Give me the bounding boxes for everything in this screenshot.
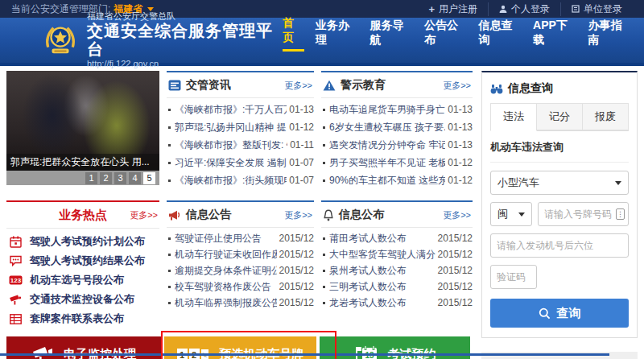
chevron-down-icon [518,213,525,217]
news-date: 2015/12 [279,265,314,276]
news-link[interactable]: 逾期提交身体条件证明公告 [175,264,277,278]
keyboard-icon[interactable]: ⋮ [616,208,625,220]
plate-prefix-select[interactable]: 闽 [490,202,532,226]
news-link[interactable]: 机动车临界强制报废公告 [175,296,277,310]
engine-number-input[interactable] [490,233,629,258]
hotspot-item[interactable]: 驾驶人考试预约结果公布 [6,251,159,270]
site-url[interactable]: http://fj.122.gov.cn [87,59,283,69]
query-button[interactable]: 查询 [490,299,629,328]
news-link[interactable]: 校车驾驶资格作废公告 [175,280,277,294]
news-link[interactable]: 《海峡都市报》:千万人百万... [175,103,287,117]
captcha-input[interactable] [490,265,537,289]
register-link[interactable]: + 用户注册 [418,2,488,16]
news-list-item[interactable]: 龙岩考试人数公布2015/12 [321,295,473,311]
section-header: 信息公告 更多>> [167,202,314,228]
nav-business[interactable]: 业务办理 [316,19,359,52]
more-link[interactable]: 更多>> [130,209,158,221]
news-date: 01-13 [448,104,473,115]
hotspot-link[interactable]: 套牌案件联系表公布 [30,312,124,326]
news-link[interactable]: 电动车追尾货车男骑手身亡 ... [329,103,445,117]
news-list-item[interactable]: 郭声琨:弘扬井冈山精神 提...01-12 [167,118,314,136]
carousel-caption[interactable]: 郭声琨:把群众安全放在心头 用... [6,154,159,171]
more-link[interactable]: 更多>> [284,209,312,221]
bell-icon [323,209,334,221]
news-list-item[interactable]: 《海峡都市报》:街头频现电...01-07 [167,171,314,189]
tab-violation[interactable]: 违法 [490,103,537,131]
section-title: 信息公告 [186,208,231,222]
news-date: 2015/12 [279,249,314,260]
more-link[interactable]: 更多>> [284,80,312,92]
nav-info-query[interactable]: 信息查询 [479,19,522,52]
news-link[interactable]: 6岁女生遭校车碾压 孩子要... [329,121,445,134]
news-list-item[interactable]: 6岁女生遭校车碾压 孩子要...01-13 [321,118,473,136]
news-list-item[interactable]: 莆田考试人数公布2015/12 [321,230,473,246]
news-list-item[interactable]: 校车驾驶资格作废公告2015/12 [167,279,314,295]
news-list-item[interactable]: 泉州考试人数公布2015/12 [321,262,473,279]
chevron-down-icon[interactable] [147,7,154,11]
news-link[interactable]: 莆田考试人数公布 [329,232,436,246]
news-list-item[interactable]: 机动车临界强制报废公告2015/12 [167,295,314,311]
news-link[interactable]: 男子买驾照半年不见证 老板... [329,156,445,170]
footer-divider [0,353,609,356]
nav-app-download[interactable]: APP下载 [533,19,576,52]
news-list-item[interactable]: 90%的车主都不知道 这些东...01-12 [321,171,473,189]
nav-home[interactable]: 首页 [283,16,304,52]
hotspot-list: 驾驶人考试预约计划公布 驾驶人考试预约结果公布 123 机动车选号号段公布 [6,229,159,328]
news-list-item[interactable]: 《海峡都市报》:千万人百万...01-13 [167,101,314,118]
news-link[interactable]: 机动车行驶证未收回作废公告 [175,248,277,262]
news-list-item[interactable]: 电动车追尾货车男骑手身亡 ...01-13 [321,101,473,118]
section-header: 警示教育 更多>> [321,72,473,98]
bullet-icon [323,126,325,129]
vehicle-type-select[interactable]: 小型汽车 [490,171,629,195]
news-list-item[interactable]: 大中型客货车驾驶人满分公布2015/12 [321,246,473,262]
hotspot-link[interactable]: 机动车选号号段公布 [30,273,124,287]
news-list-item[interactable]: 逾期提交身体条件证明公告2015/12 [167,262,314,279]
unit-login-link[interactable]: 单位登录 [560,2,633,16]
hotspot-link[interactable]: 驾驶人考试预约结果公布 [30,254,145,268]
news-link[interactable]: 《海峡都市报》整版刊发: 铁... [175,138,287,152]
news-link[interactable]: 龙岩考试人数公布 [329,296,436,310]
hotspot-item[interactable]: 交通技术监控设备公布 [6,290,159,309]
news-list-item[interactable]: 驾驶证停止使用公告2015/12 [167,230,314,246]
news-list-item[interactable]: 《海峡都市报》整版刊发: 铁...01-11 [167,136,314,154]
more-link[interactable]: 更多>> [443,209,471,221]
news-list-item[interactable]: 习近平:保障安全发展 遏制...01-07 [167,154,314,171]
nav-work-guide[interactable]: 办事指南 [588,19,631,52]
news-link[interactable]: 90%的车主都不知道 这些东... [329,174,445,188]
personal-login-link[interactable]: 个人登录 [488,2,560,16]
pager-dot[interactable]: 4 [129,172,141,184]
news-link[interactable]: 大中型客货车驾驶人满分公布 [329,248,436,262]
warning-list: 电动车追尾货车男骑手身亡 ...01-13 6岁女生遭校车碾压 孩子要...01… [321,98,473,189]
pager-dot[interactable]: 1 [85,172,97,184]
hotspot-item[interactable]: 123 机动车选号号段公布 [6,270,159,290]
hotspot-link[interactable]: 交通技术监控设备公布 [30,292,134,307]
news-link[interactable]: 驾驶证停止使用公告 [175,232,277,246]
divider [490,162,629,163]
news-link[interactable]: 三明考试人数公布 [329,280,436,294]
section-warning-education: 警示教育 更多>> 电动车追尾货车男骑手身亡 ...01-13 6岁女生遭校车碾… [321,71,473,189]
news-link[interactable]: 《海峡都市报》:街头频现电... [175,174,287,188]
section-header: 信息公布 更多>> [321,202,473,228]
news-carousel[interactable]: 郭声琨:把群众安全放在心头 用... 1 2 3 4 5 [6,71,159,185]
nav-announcements[interactable]: 公告公布 [424,19,468,52]
news-list-item[interactable]: 男子买驾照半年不见证 老板...01-12 [321,154,473,171]
hotspot-link[interactable]: 驾驶人考试预约计划公布 [30,234,145,249]
hotspot-item[interactable]: 驾驶人考试预约计划公布 [6,232,159,251]
more-link[interactable]: 更多>> [443,80,471,92]
news-list-item[interactable]: 三明考试人数公布2015/12 [321,279,473,295]
pager-dot[interactable]: 3 [114,172,126,184]
pager-dot-active[interactable]: 5 [143,172,155,184]
news-link[interactable]: 习近平:保障安全发展 遏制... [175,156,287,170]
news-list-item[interactable]: 机动车行驶证未收回作废公告2015/12 [167,246,314,262]
right-sidebar: 信息查询 违法 记分 报废 机动车违法查询 小型汽车 闽 ⋮ [481,71,638,359]
tab-points[interactable]: 记分 [537,103,583,130]
bullet-icon [323,144,325,146]
tab-scrap[interactable]: 报废 [583,103,629,130]
news-list-item[interactable]: 遇突发情况分分钟夺命 牢记...01-13 [321,136,473,154]
news-link[interactable]: 泉州考试人数公布 [329,264,436,278]
news-link[interactable]: 遇突发情况分分钟夺命 牢记... [329,138,445,152]
news-link[interactable]: 郭声琨:弘扬井冈山精神 提... [175,121,287,134]
nav-service-guide[interactable]: 服务导航 [369,19,413,52]
hotspot-item[interactable]: 套牌案件联系表公布 [6,309,159,328]
pager-dot[interactable]: 2 [100,172,112,184]
